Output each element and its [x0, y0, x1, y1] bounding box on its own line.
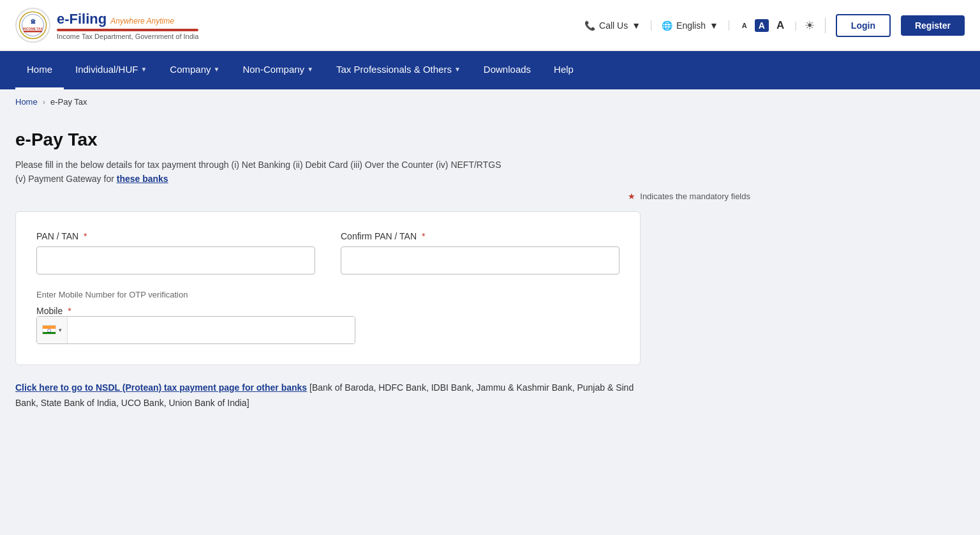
mandatory-note: ★ Indicates the mandatory fields	[15, 192, 750, 201]
breadcrumb-home-link[interactable]: Home	[15, 97, 38, 107]
login-button[interactable]: Login	[836, 14, 891, 37]
font-normal-button[interactable]: A	[755, 19, 769, 32]
mobile-star: *	[68, 306, 71, 316]
svg-text:INCOME TAX: INCOME TAX	[23, 27, 43, 31]
mobile-number-input[interactable]	[68, 317, 355, 343]
confirm-pan-tan-group: Confirm PAN / TAN *	[341, 231, 620, 275]
register-button[interactable]: Register	[901, 15, 965, 36]
nav-tax-professionals-chevron: ▼	[454, 66, 461, 73]
svg-point-0	[20, 12, 47, 39]
nav-non-company-chevron: ▼	[307, 66, 313, 73]
language-selector[interactable]: 🌐 English ▼	[662, 20, 729, 31]
government-emblem: 🏛 INCOME TAX	[15, 8, 50, 43]
nav-downloads[interactable]: Downloads	[472, 51, 542, 89]
nav-non-company[interactable]: Non-Company ▼	[231, 51, 325, 89]
mandatory-star: ★	[628, 192, 635, 201]
nsdl-protean-link[interactable]: Click here to go to NSDL (Protean) tax p…	[15, 382, 307, 393]
globe-icon: 🌐	[662, 20, 672, 31]
logo-text: e-Filing Anywhere Anytime Income Tax Dep…	[57, 11, 198, 40]
svg-rect-4	[24, 31, 42, 33]
nav-home-label: Home	[27, 64, 52, 75]
nav-help-label: Help	[554, 64, 574, 75]
breadcrumb: Home › e-Pay Tax	[0, 89, 980, 114]
call-us-chevron: ▼	[632, 20, 641, 31]
flag-dropdown[interactable]: ▾	[37, 317, 68, 343]
language-chevron: ▼	[709, 20, 718, 31]
nav-help[interactable]: Help	[542, 51, 585, 89]
these-banks-link[interactable]: these banks	[117, 174, 168, 184]
nav-company-chevron: ▼	[214, 66, 220, 73]
nav-company[interactable]: Company ▼	[158, 51, 231, 89]
nav-downloads-label: Downloads	[484, 64, 531, 75]
contrast-toggle-button[interactable]: ☀	[805, 19, 815, 33]
header-right: 📞 Call Us ▼ 🌐 English ▼ A A A | ☀ Login …	[584, 14, 965, 37]
page-description: Please fill in the below details for tax…	[15, 158, 750, 186]
breadcrumb-current: e-Pay Tax	[50, 97, 87, 107]
pan-tan-label: PAN / TAN *	[36, 231, 315, 241]
nav-non-company-label: Non-Company	[242, 64, 304, 75]
pan-tan-row: PAN / TAN * Confirm PAN / TAN *	[36, 231, 620, 275]
call-us-label: Call Us	[599, 20, 628, 31]
flag-green	[43, 332, 56, 335]
mobile-label: Mobile *	[36, 306, 71, 316]
pan-tan-star: *	[84, 231, 87, 241]
language-label: English	[676, 20, 706, 31]
nsdl-link-section: Click here to go to NSDL (Protean) tax p…	[15, 381, 641, 411]
confirm-pan-tan-input[interactable]	[341, 246, 620, 275]
font-controls: A A A | ☀	[739, 18, 826, 33]
nav-home[interactable]: Home	[15, 51, 64, 89]
pan-tan-group: PAN / TAN *	[36, 231, 315, 275]
mandatory-text: Indicates the mandatory fields	[640, 192, 750, 201]
logo-area: 🏛 INCOME TAX e-Filing Anywhere Anytime I…	[15, 8, 198, 43]
flag-chevron-icon: ▾	[59, 327, 62, 333]
mobile-section: Enter Mobile Number for OTP verification…	[36, 290, 620, 344]
nav-individual-label: Individual/HUF	[75, 64, 138, 75]
breadcrumb-separator: ›	[43, 97, 45, 107]
pan-tan-input[interactable]	[36, 246, 315, 275]
confirm-pan-tan-label: Confirm PAN / TAN *	[341, 231, 620, 241]
nav-tax-professionals[interactable]: Tax Professionals & Others ▼	[325, 51, 472, 89]
main-content: e-Pay Tax Please fill in the below detai…	[0, 114, 766, 436]
india-flag	[42, 325, 56, 335]
efiling-brand: e-Filing	[57, 11, 107, 27]
font-increase-button[interactable]: A	[774, 18, 787, 33]
divider: |	[794, 20, 797, 31]
nav-tax-professionals-label: Tax Professionals & Others	[336, 64, 452, 75]
main-navbar: Home Individual/HUF ▼ Company ▼ Non-Comp…	[0, 51, 980, 89]
site-header: 🏛 INCOME TAX e-Filing Anywhere Anytime I…	[0, 0, 980, 51]
font-decrease-button[interactable]: A	[739, 20, 750, 31]
page-title: e-Pay Tax	[15, 130, 750, 150]
nav-individual-chevron: ▼	[140, 66, 147, 73]
form-card: PAN / TAN * Confirm PAN / TAN * Enter Mo…	[15, 211, 641, 365]
mobile-hint: Enter Mobile Number for OTP verification	[36, 290, 620, 299]
confirm-pan-tan-star: *	[422, 231, 425, 241]
tagline: Anywhere Anytime	[110, 17, 174, 26]
dept-subtitle: Income Tax Department, Government of Ind…	[57, 33, 198, 40]
description-part1: Please fill in the below details for tax…	[15, 160, 501, 170]
svg-text:🏛: 🏛	[31, 19, 36, 25]
svg-point-5	[48, 329, 51, 332]
call-us-button[interactable]: 📞 Call Us ▼	[584, 20, 651, 31]
nav-individual-huf[interactable]: Individual/HUF ▼	[64, 51, 158, 89]
phone-icon: 📞	[584, 20, 595, 31]
description-part2: (v) Payment Gateway for	[15, 174, 114, 184]
logo-red-bar	[57, 29, 198, 31]
nav-company-label: Company	[170, 64, 211, 75]
mobile-input-row: ▾	[36, 316, 355, 344]
